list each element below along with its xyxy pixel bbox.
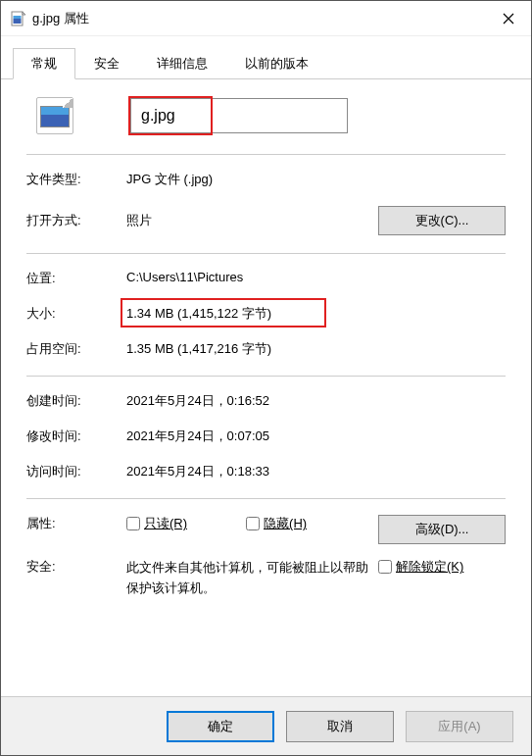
label-created: 创建时间: [26,392,126,410]
dialog-footer: 确定 取消 应用(A) [1,696,531,755]
titlebar: g.jpg 属性 [1,1,531,36]
label-modified: 修改时间: [26,428,126,445]
checkbox-hidden-label: 隐藏(H) [264,515,307,532]
separator [26,498,506,499]
change-button[interactable]: 更改(C)... [378,206,506,235]
filename-input[interactable] [130,98,348,133]
label-security: 安全: [26,558,126,576]
checkbox-readonly-input[interactable] [126,517,140,530]
tab-strip: 常规 安全 详细信息 以前的版本 [1,36,531,79]
separator [26,154,506,155]
value-size-on-disk: 1.35 MB (1,417,216 字节) [126,340,506,358]
checkbox-readonly-label: 只读(R) [144,515,187,532]
label-attributes: 属性: [26,515,126,532]
close-button[interactable] [486,1,531,35]
checkbox-unblock-label: 解除锁定(K) [396,558,463,576]
cancel-button[interactable]: 取消 [286,711,394,742]
checkbox-readonly[interactable]: 只读(R) [126,515,187,532]
value-size: 1.34 MB (1,415,122 字节) [126,305,506,323]
checkbox-hidden[interactable]: 隐藏(H) [246,515,307,532]
label-location: 位置: [26,270,126,287]
value-file-type: JPG 文件 (.jpg) [126,171,506,188]
tab-details[interactable]: 详细信息 [138,48,226,78]
value-opens-with: 照片 [126,212,378,229]
value-location: C:\Users\11\Pictures [126,270,506,284]
label-size-on-disk: 占用空间: [26,340,126,358]
separator [26,376,506,377]
security-text: 此文件来自其他计算机，可能被阻止以帮助保护该计算机。 [126,558,378,599]
separator [26,253,506,254]
checkbox-unblock-input[interactable] [378,560,392,574]
ok-button[interactable]: 确定 [167,711,274,742]
svg-rect-2 [14,16,22,19]
label-size: 大小: [26,305,126,323]
label-accessed: 访问时间: [26,463,126,480]
value-modified: 2021年5月24日，0:07:05 [126,428,506,445]
checkbox-hidden-input[interactable] [246,517,260,530]
tab-general[interactable]: 常规 [13,48,75,79]
checkbox-unblock[interactable]: 解除锁定(K) [378,558,506,576]
file-properties-icon [11,11,26,26]
label-opens-with: 打开方式: [26,212,126,229]
label-file-type: 文件类型: [26,171,126,188]
tab-security[interactable]: 安全 [75,48,138,78]
advanced-button[interactable]: 高级(D)... [378,515,506,544]
window-title: g.jpg 属性 [32,10,486,27]
tab-previous-versions[interactable]: 以前的版本 [226,48,327,78]
close-icon [503,13,514,25]
tab-content-general: 文件类型: JPG 文件 (.jpg) 打开方式: 照片 更改(C)... 位置… [1,79,531,696]
apply-button[interactable]: 应用(A) [406,711,513,742]
value-accessed: 2021年5月24日，0:18:33 [126,463,506,480]
file-type-icon [36,97,73,134]
value-created: 2021年5月24日，0:16:52 [126,392,506,410]
svg-rect-1 [14,19,22,24]
